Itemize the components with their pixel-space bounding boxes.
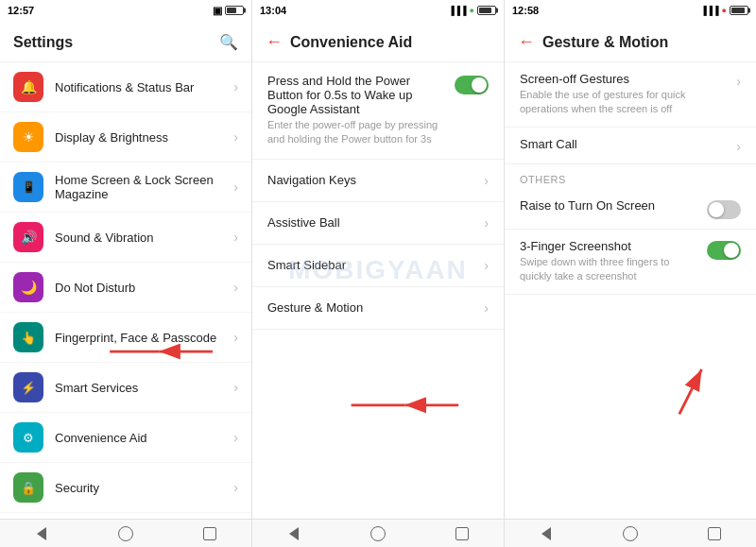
threefinger-toggle[interactable] <box>707 241 741 260</box>
raisetoturn-item[interactable]: Raise to Turn On Screen <box>505 189 756 230</box>
notifications-title: Notifications & Status Bar <box>55 80 230 94</box>
assistiveball-item[interactable]: Assistive Ball › <box>252 202 504 245</box>
homescreen-text: Home Screen & Lock Screen Magazine <box>55 173 230 201</box>
raisetoturn-text: Raise to Turn On Screen <box>520 198 699 214</box>
security-icon: 🔒 <box>13 472 43 503</box>
gesturemotion-chevron: › <box>484 300 489 316</box>
nav-bars-row <box>0 519 756 547</box>
screenoff-row: Screen-off Gestures Enable the use of ge… <box>520 72 741 117</box>
display-icon: ☀ <box>13 122 43 152</box>
gesture-header: ← Gesture & Motion <box>505 21 756 62</box>
smartservices-icon: ⚡ <box>13 372 43 402</box>
back-arrow-gesture[interactable]: ← <box>518 32 535 52</box>
panel-settings: Settings 🔍 🔔 Notifications & Status Bar … <box>0 21 252 519</box>
raisetoturn-title: Raise to Turn On Screen <box>520 198 699 213</box>
threefinger-subtitle: Swipe down with three fingers to quickly… <box>520 255 699 284</box>
settings-item-notifications[interactable]: 🔔 Notifications & Status Bar › <box>0 62 251 112</box>
statusbar-panel2: 13:04 ▐▐▐ ● <box>252 0 505 21</box>
fingerprint-title: Fingerprint, Face & Passcode <box>55 331 230 345</box>
nav-home-btn2[interactable] <box>368 523 388 544</box>
raisetoturn-row: Raise to Turn On Screen <box>520 198 741 219</box>
settings-item-display[interactable]: ☀ Display & Brightness › <box>0 112 251 162</box>
settings-item-donotdisturb[interactable]: 🌙 Do Not Disturb › <box>0 263 251 313</box>
gesture-header-left: ← Gesture & Motion <box>518 32 668 52</box>
convenience-top-title: Press and Hold the Power Button for 0.5s… <box>267 74 447 116</box>
sound-text: Sound & Vibration <box>55 231 230 245</box>
navkeys-item[interactable]: Navigation Keys › <box>252 160 504 202</box>
display-text: Display & Brightness <box>55 130 230 145</box>
raisetoturn-toggle-knob <box>709 202 724 217</box>
navkeys-label: Navigation Keys <box>267 173 356 187</box>
convenience-top-item[interactable]: Press and Hold the Power Button for 0.5s… <box>252 62 504 160</box>
settings-header: Settings 🔍 <box>0 21 251 62</box>
settings-item-security[interactable]: 🔒 Security › <box>0 463 251 513</box>
settings-item-smartservices[interactable]: ⚡ Smart Services › <box>0 363 251 413</box>
wifi-icon3: ● <box>722 6 727 15</box>
time-panel3: 12:58 <box>512 5 539 16</box>
others-section-title: OTHERS <box>505 164 756 189</box>
settings-item-sound[interactable]: 🔊 Sound & Vibration › <box>0 213 251 263</box>
settings-title: Settings <box>13 34 73 51</box>
gesturemotion-label: Gesture & Motion <box>267 300 363 315</box>
nav-back-btn2[interactable] <box>284 523 304 544</box>
screenoff-subtitle: Enable the use of gestures for quick ope… <box>520 88 729 117</box>
nav-back-btn1[interactable] <box>31 523 52 544</box>
sound-title: Sound & Vibration <box>55 231 230 245</box>
smartsidebar-label: Smart Sidebar <box>267 258 346 272</box>
settings-item-battery[interactable]: 🔋 Battery › <box>0 513 251 519</box>
nav-bar-panel1 <box>0 520 252 547</box>
time-panel2: 13:04 <box>260 5 286 16</box>
panel-convenience: ← Convenience Aid Press and Hold the Pow… <box>252 21 505 519</box>
threefinger-toggle-knob <box>724 243 739 258</box>
screenoff-text: Screen-off Gestures Enable the use of ge… <box>520 72 729 117</box>
smartcall-chevron: › <box>736 139 741 154</box>
convenienceaid-chevron: › <box>233 430 238 445</box>
homescreen-title: Home Screen & Lock Screen Magazine <box>55 173 230 201</box>
nav-recents-btn1[interactable] <box>199 523 220 544</box>
signal-icon3: ▐▐▐ <box>700 6 718 15</box>
nav-home-btn3[interactable] <box>620 523 641 544</box>
panel-gesture: ← Gesture & Motion Screen-off Gestures E… <box>505 21 756 519</box>
nav-recents-btn3[interactable] <box>704 523 725 544</box>
back-arrow-convenience[interactable]: ← <box>266 32 283 52</box>
nav-back-btn3[interactable] <box>536 523 557 544</box>
nav-recents-btn2[interactable] <box>452 523 472 544</box>
settings-item-fingerprint[interactable]: 👆 Fingerprint, Face & Passcode › <box>0 313 251 363</box>
notifications-text: Notifications & Status Bar <box>55 80 230 94</box>
wifi-icon2: ● <box>470 6 474 15</box>
settings-item-convenienceaid[interactable]: ⚙ Convenience Aid › <box>0 413 251 463</box>
settings-item-homescreen[interactable]: 📱 Home Screen & Lock Screen Magazine › <box>0 162 251 213</box>
assistiveball-label: Assistive Ball <box>267 215 340 230</box>
gesturemotion-item[interactable]: Gesture & Motion › <box>252 287 504 330</box>
smartcall-row: Smart Call › <box>520 137 741 154</box>
raisetoturn-toggle[interactable] <box>707 200 741 219</box>
fingerprint-icon: 👆 <box>13 322 43 352</box>
display-title: Display & Brightness <box>55 130 230 145</box>
fingerprint-chevron: › <box>233 330 238 345</box>
smartservices-chevron: › <box>233 380 238 395</box>
convenience-content: Press and Hold the Power Button for 0.5s… <box>252 62 504 519</box>
status-icons-panel2: ▐▐▐ ● <box>448 6 496 15</box>
display-chevron: › <box>233 129 238 145</box>
search-icon[interactable]: 🔍 <box>219 33 238 51</box>
google-assistant-toggle[interactable] <box>455 76 489 94</box>
threefinger-row: 3-Finger Screenshot Swipe down with thre… <box>520 239 741 284</box>
donotdisturb-chevron: › <box>233 280 238 295</box>
donotdisturb-title: Do Not Disturb <box>55 281 230 295</box>
donotdisturb-text: Do Not Disturb <box>55 281 230 295</box>
nav-bar-panel3 <box>505 520 756 547</box>
statusbar-panel3: 12:58 ▐▐▐ ● <box>505 0 756 21</box>
nav-home-btn1[interactable] <box>115 523 136 544</box>
homescreen-chevron: › <box>233 179 238 195</box>
smartsidebar-chevron: › <box>484 258 489 273</box>
convenience-top-subtitle: Enter the power-off page by pressing and… <box>267 118 447 147</box>
smartsidebar-item[interactable]: Smart Sidebar › <box>252 245 504 287</box>
threefinger-item[interactable]: 3-Finger Screenshot Swipe down with thre… <box>505 230 756 295</box>
signal-icon: ▐▐▐ <box>448 6 466 15</box>
gesture-content: Screen-off Gestures Enable the use of ge… <box>505 62 756 519</box>
threefinger-title: 3-Finger Screenshot <box>520 239 699 253</box>
smartcall-title: Smart Call <box>520 137 729 151</box>
smartcall-item[interactable]: Smart Call › <box>505 128 756 164</box>
screenoff-item[interactable]: Screen-off Gestures Enable the use of ge… <box>505 62 756 128</box>
status-icons-panel3: ▐▐▐ ● <box>700 6 748 15</box>
